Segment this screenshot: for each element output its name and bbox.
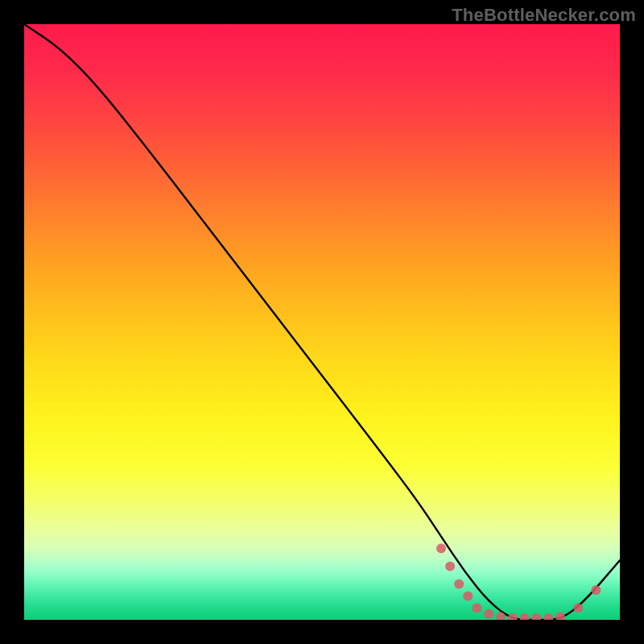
curve-marker — [445, 561, 455, 571]
curve-svg — [24, 24, 620, 620]
curve-marker — [463, 591, 473, 601]
curve-markers — [436, 543, 601, 620]
curve-marker — [531, 613, 541, 620]
curve-marker — [591, 585, 601, 595]
curve-marker — [454, 580, 464, 589]
watermark-text: TheBottleNecker.com — [452, 5, 636, 26]
curve-marker — [436, 543, 446, 553]
bottleneck-curve — [24, 24, 620, 620]
curve-marker — [573, 603, 583, 613]
plot-container — [24, 24, 620, 620]
curve-marker — [520, 613, 530, 620]
chart-frame: TheBottleNecker.com — [0, 0, 644, 644]
curve-marker — [508, 613, 518, 620]
curve-marker — [543, 613, 553, 620]
curve-marker — [555, 612, 565, 620]
curve-marker — [484, 609, 493, 619]
curve-marker — [472, 603, 481, 613]
